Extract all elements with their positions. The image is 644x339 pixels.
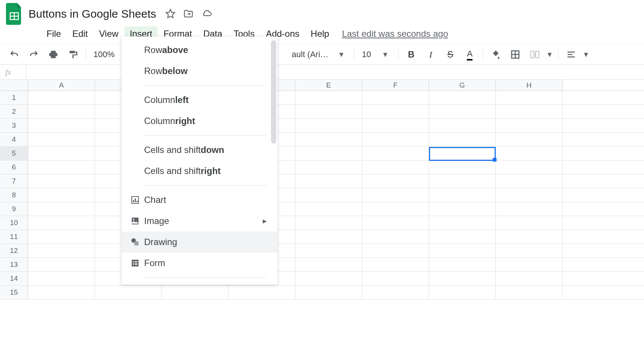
row-header[interactable]: 9 [0,202,28,216]
redo-icon[interactable] [26,46,42,63]
cell[interactable] [496,105,563,118]
insert-form[interactable]: Form [122,253,277,274]
cell[interactable] [28,133,95,146]
cell[interactable] [496,202,563,216]
cell[interactable] [295,160,362,174]
cell[interactable] [28,91,95,104]
cell[interactable] [429,244,496,257]
cell[interactable] [429,272,496,285]
cell[interactable] [362,91,429,104]
insert-row-above[interactable]: Row above [122,39,277,61]
cell[interactable] [496,272,563,285]
cell[interactable] [496,160,563,174]
cell[interactable] [28,174,95,188]
cell[interactable] [295,188,362,202]
column-header[interactable]: E [295,80,362,91]
cell[interactable] [496,188,563,202]
last-edit-link[interactable]: Last edit was seconds ago [335,29,448,39]
cell[interactable] [496,286,563,299]
row-header[interactable]: 4 [0,133,28,146]
cell[interactable] [362,160,429,174]
cell[interactable] [429,202,496,216]
menu-file[interactable]: File [41,26,66,41]
paint-format-icon[interactable] [65,46,81,63]
dropdown-arrow-icon[interactable]: ▾ [333,46,349,63]
cell[interactable] [429,286,496,299]
cell[interactable] [362,258,429,271]
row-header[interactable]: 14 [0,272,28,285]
cell[interactable] [429,105,496,118]
row-header[interactable]: 1 [0,91,28,104]
cell[interactable] [362,272,429,285]
insert-chart[interactable]: Chart [122,189,277,210]
undo-icon[interactable] [6,46,23,63]
column-header[interactable]: G [429,80,496,91]
cell[interactable] [295,244,362,257]
insert-row-below[interactable]: Row below [122,61,277,82]
zoom-level[interactable]: 100% [90,50,117,59]
cell[interactable] [429,230,496,244]
font-family-select[interactable]: ault (Ari… [289,50,330,59]
cell[interactable] [295,119,362,132]
cell[interactable] [362,105,429,118]
cell[interactable] [362,147,429,160]
cell[interactable] [362,188,429,202]
cell[interactable] [496,147,563,160]
column-header[interactable]: H [496,80,563,91]
menu-view[interactable]: View [94,26,124,41]
merge-cells-icon[interactable] [527,46,543,63]
cell[interactable] [362,202,429,216]
insert-drawing[interactable]: Drawing [122,232,277,253]
insert-column-left[interactable]: Column left [122,89,277,110]
row-header[interactable]: 13 [0,258,28,271]
cell[interactable] [295,105,362,118]
cell[interactable] [295,286,362,299]
cell[interactable] [28,105,95,118]
cell[interactable] [362,286,429,299]
cell[interactable] [496,174,563,188]
insert-column-right[interactable]: Column right [122,110,277,132]
cell[interactable] [28,119,95,132]
fill-color-icon[interactable] [488,46,504,63]
insert-image[interactable]: Image ▶ [122,210,277,232]
print-icon[interactable] [45,46,62,63]
cell[interactable] [362,174,429,188]
cell[interactable] [429,216,496,230]
cell[interactable] [28,216,95,230]
cell[interactable] [429,258,496,271]
cell[interactable] [162,286,229,299]
insert-cells-shift-right[interactable]: Cells and shift right [122,160,277,182]
cell[interactable] [295,272,362,285]
horizontal-align-icon[interactable] [563,46,579,63]
row-header[interactable]: 3 [0,119,28,132]
dropdown-arrow-icon[interactable]: ▾ [582,46,590,63]
select-all-corner[interactable] [0,80,28,91]
row-header[interactable]: 8 [0,188,28,202]
menu-help[interactable]: Help [305,26,334,41]
cell[interactable] [28,202,95,216]
italic-icon[interactable]: I [423,46,439,63]
document-title[interactable]: Buttons in Google Sheets [27,7,158,21]
row-header[interactable]: 6 [0,160,28,174]
cloud-status-icon[interactable] [201,9,212,19]
cell[interactable] [496,230,563,244]
cell[interactable] [295,174,362,188]
column-header[interactable]: A [28,80,95,91]
cell[interactable] [28,147,95,160]
cell[interactable] [362,133,429,146]
cell[interactable] [429,188,496,202]
cell[interactable] [496,133,563,146]
text-color-icon[interactable]: A [462,46,478,63]
cell[interactable] [28,258,95,271]
menu-edit[interactable]: Edit [67,26,93,41]
sheets-logo-icon[interactable] [6,3,23,25]
font-size-select[interactable]: 10 [359,50,374,59]
column-header[interactable]: F [362,80,429,91]
cell[interactable] [496,119,563,132]
cell[interactable] [295,147,362,160]
spreadsheet-grid[interactable]: A B C D E F G H 123456789101112131415 [0,80,644,300]
bold-icon[interactable]: B [403,46,420,63]
cell[interactable] [429,91,496,104]
row-header[interactable]: 7 [0,174,28,188]
cell[interactable] [362,230,429,244]
